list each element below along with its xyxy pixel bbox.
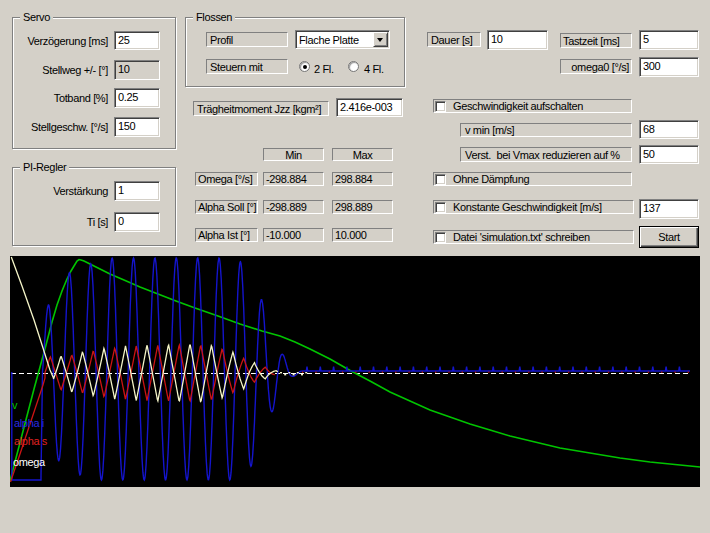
svg-text:alpha s: alpha s xyxy=(14,435,48,447)
svg-text:alpha i: alpha i xyxy=(14,417,44,429)
svg-text:v: v xyxy=(12,399,18,411)
svg-text:omega: omega xyxy=(13,456,46,468)
